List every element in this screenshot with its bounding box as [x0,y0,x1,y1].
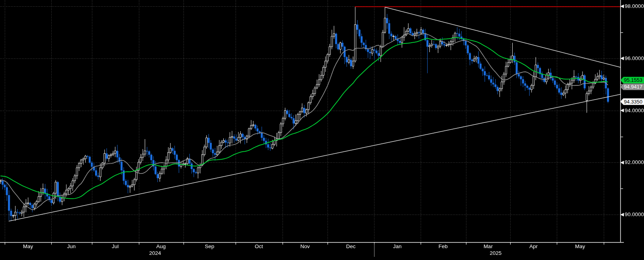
month-label: May [575,243,585,249]
month-label: Jun [67,243,76,249]
month-label: Sep [205,243,214,249]
month-label: Dec [346,243,356,249]
month-label: Jul [112,243,118,249]
candlestick-chart: 98.000096.000094.000092.000090.0000 MayJ… [0,0,644,260]
month-label: Aug [156,243,166,249]
month-label: Apr [529,243,537,249]
month-label: Feb [438,243,447,249]
ma-fast-price-badge: 94.9417 [620,83,644,90]
year-label: 2024 [149,250,161,256]
chart-canvas[interactable] [0,0,644,260]
month-label: Nov [300,243,310,249]
last-price-badge: 94.3350 [620,98,644,105]
year-label: 2025 [490,250,502,256]
ma-slow-price-badge: 95.1553 [620,77,644,83]
y-axis-label: 96.0000 [625,55,644,62]
month-label: May [23,243,33,249]
month-label: Jan [393,243,402,249]
y-axis-label: 98.0000 [625,3,644,10]
y-axis-label: 92.0000 [625,159,644,166]
month-label: Mar [483,243,492,249]
y-axis-label: 90.0000 [625,211,644,218]
y-axis-label: 94.0000 [625,107,644,114]
month-label: Oct [255,243,263,249]
